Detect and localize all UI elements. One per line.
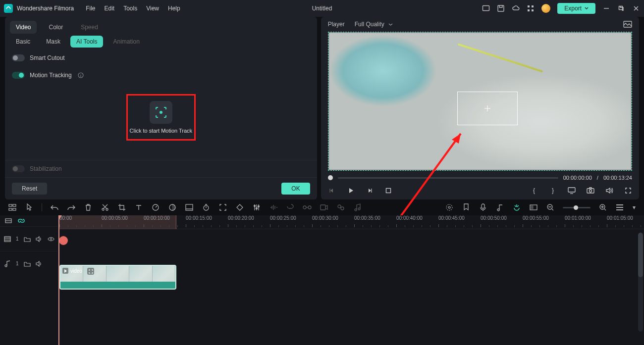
svg-rect-44 [616, 204, 623, 205]
list-view-icon[interactable] [615, 203, 624, 212]
fullscreen-icon[interactable] [624, 187, 632, 195]
clip-play-icon [62, 268, 68, 274]
focus-icon[interactable] [218, 203, 227, 212]
camera-icon[interactable] [587, 187, 594, 195]
stop-icon[interactable] [384, 187, 392, 195]
visibility-icon[interactable] [48, 236, 54, 243]
video-track-header[interactable]: 1 [0, 226, 58, 251]
thumbnail-icon[interactable] [529, 203, 538, 212]
document-title: Untitled [312, 5, 332, 12]
crop-icon[interactable] [117, 203, 126, 212]
tab-speed[interactable]: Speed [75, 21, 104, 34]
marker-handle[interactable] [58, 235, 69, 246]
video-clip[interactable]: video [59, 265, 176, 290]
adjust-icon[interactable] [252, 203, 261, 212]
mark-out-icon[interactable]: } [549, 187, 557, 195]
start-motion-track-button[interactable]: Click to start Motion Track [126, 94, 196, 141]
collapse-icon[interactable] [5, 217, 12, 224]
mark-in-icon[interactable]: { [530, 187, 538, 195]
motion-tracking-toggle[interactable] [12, 72, 25, 79]
menu-help[interactable]: Help [168, 5, 180, 12]
music-icon[interactable] [353, 203, 362, 212]
undo-icon[interactable] [50, 203, 59, 212]
folder-icon[interactable] [24, 236, 31, 243]
audio-stretch-icon[interactable] [269, 203, 278, 212]
save-icon[interactable] [497, 4, 505, 12]
zoom-slider[interactable] [563, 207, 590, 208]
timeline-tracks[interactable]: 00:0000:00:05:0000:00:10:0000:00:15:0000… [58, 215, 644, 345]
minimize-icon[interactable] [602, 4, 610, 12]
mute-icon[interactable] [36, 236, 43, 243]
audio-track-header[interactable]: 1 [0, 251, 58, 276]
motion-track-target[interactable] [457, 92, 518, 125]
preview-viewport[interactable] [328, 32, 632, 171]
info-icon[interactable] [77, 71, 85, 79]
next-frame-icon[interactable] [366, 187, 374, 195]
audio-note-icon[interactable] [495, 203, 504, 212]
scrub-track[interactable] [338, 177, 558, 179]
menu-tools[interactable]: Tools [123, 5, 137, 12]
cut-icon[interactable] [101, 203, 109, 212]
mixer-icon[interactable] [336, 203, 345, 212]
player-tab[interactable]: Player [328, 21, 345, 28]
link-icon[interactable] [18, 217, 25, 224]
keyframe-icon[interactable] [235, 203, 244, 212]
menu-edit[interactable]: Edit [105, 5, 115, 12]
tab-animation[interactable]: Animation [107, 36, 145, 48]
clip-fx-icon[interactable] [87, 268, 94, 275]
scrub-handle[interactable] [328, 175, 333, 180]
vertical-scrollbar[interactable] [638, 233, 643, 332]
tab-basic[interactable]: Basic [10, 36, 36, 48]
mute-icon[interactable] [36, 260, 43, 267]
cloud-icon[interactable] [512, 4, 520, 12]
video-track-icon [4, 236, 11, 243]
prev-frame-icon[interactable] [328, 187, 336, 195]
display-icon[interactable] [568, 187, 576, 195]
speed-ramp-icon[interactable] [151, 203, 160, 212]
smart-cutout-toggle[interactable] [12, 54, 25, 61]
quality-dropdown[interactable]: Full Quality [355, 21, 393, 28]
keyframe-panel-icon[interactable] [185, 203, 194, 212]
reset-button[interactable]: Reset [12, 183, 47, 195]
timeline-ruler[interactable]: 00:0000:00:05:0000:00:10:0000:00:15:0000… [58, 215, 644, 229]
volume-icon[interactable] [605, 187, 613, 195]
close-icon[interactable] [632, 4, 640, 12]
folder-icon[interactable] [24, 260, 31, 267]
layout-icon[interactable] [482, 4, 490, 12]
menu-file[interactable]: File [86, 5, 95, 12]
zoom-in-icon[interactable] [598, 203, 607, 212]
redo-icon[interactable] [67, 203, 76, 212]
tab-video[interactable]: Video [10, 21, 37, 34]
delete-icon[interactable] [84, 203, 93, 212]
tab-mask[interactable]: Mask [40, 36, 66, 48]
tracks-icon[interactable] [8, 203, 17, 212]
ok-button[interactable]: OK [281, 183, 310, 195]
play-icon[interactable] [347, 187, 355, 195]
tab-ai-tools[interactable]: AI Tools [70, 36, 103, 48]
duration-icon[interactable] [202, 203, 211, 212]
maximize-icon[interactable] [617, 4, 625, 12]
audio-detach-icon[interactable] [286, 203, 295, 212]
record-icon[interactable] [320, 203, 328, 212]
text-icon[interactable] [134, 203, 143, 212]
menu-view[interactable]: View [146, 5, 159, 12]
voiceover-group-icon[interactable] [303, 203, 312, 212]
magnet-icon[interactable] [512, 203, 521, 212]
marker-add-icon[interactable] [462, 203, 471, 212]
stabilization-toggle[interactable] [12, 165, 25, 172]
more-icon[interactable]: ▾ [632, 203, 636, 212]
pointer-icon[interactable] [25, 203, 34, 212]
export-button[interactable]: Export [557, 3, 595, 14]
playhead[interactable] [58, 215, 59, 345]
tab-color[interactable]: Color [43, 21, 69, 34]
render-icon[interactable] [445, 203, 454, 212]
color-icon[interactable] [168, 203, 177, 212]
app-logo [4, 4, 13, 13]
mic-icon[interactable] [479, 203, 487, 212]
svg-point-32 [308, 206, 311, 209]
svg-rect-2 [528, 5, 530, 7]
apps-icon[interactable] [527, 4, 535, 12]
avatar[interactable] [541, 4, 550, 13]
snapshot-icon[interactable] [623, 21, 632, 28]
zoom-out-icon[interactable] [546, 203, 555, 212]
